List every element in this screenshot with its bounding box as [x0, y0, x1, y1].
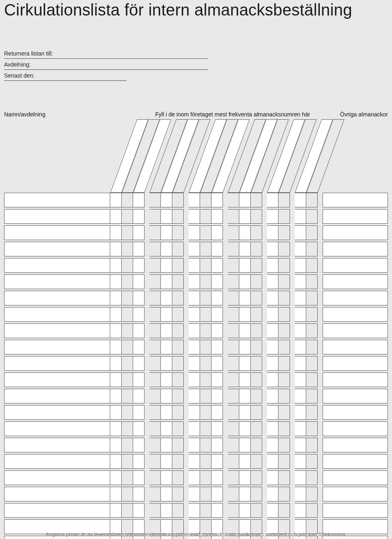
- name-cell[interactable]: [4, 389, 110, 403]
- tick-cell[interactable]: [278, 242, 290, 256]
- tick-cell[interactable]: [267, 389, 278, 403]
- tick-cell[interactable]: [306, 225, 318, 240]
- tick-cell[interactable]: [110, 258, 122, 273]
- tick-cell[interactable]: [306, 307, 318, 322]
- tick-cell[interactable]: [110, 454, 122, 469]
- tick-cell[interactable]: [172, 291, 184, 305]
- tick-cell[interactable]: [228, 454, 239, 469]
- tick-cell[interactable]: [228, 274, 239, 289]
- name-cell[interactable]: [4, 258, 110, 273]
- tick-cell[interactable]: [149, 470, 161, 485]
- tick-cell[interactable]: [149, 209, 161, 224]
- other-cell[interactable]: [323, 372, 388, 387]
- tick-cell[interactable]: [110, 503, 122, 518]
- other-cell[interactable]: [323, 503, 388, 518]
- name-cell[interactable]: [4, 503, 110, 518]
- tick-cell[interactable]: [267, 356, 278, 371]
- tick-cell[interactable]: [251, 209, 262, 224]
- name-cell[interactable]: [4, 242, 110, 256]
- tick-cell[interactable]: [306, 242, 318, 256]
- tick-cell[interactable]: [212, 389, 223, 403]
- tick-cell[interactable]: [133, 274, 145, 289]
- tick-cell[interactable]: [295, 454, 306, 469]
- name-cell[interactable]: [4, 405, 110, 420]
- tick-cell[interactable]: [267, 421, 278, 436]
- tick-cell[interactable]: [228, 307, 239, 322]
- tick-cell[interactable]: [149, 356, 161, 371]
- tick-cell[interactable]: [267, 323, 278, 338]
- tick-cell[interactable]: [149, 372, 161, 387]
- tick-cell[interactable]: [200, 405, 212, 420]
- tick-cell[interactable]: [122, 274, 133, 289]
- tick-cell[interactable]: [189, 291, 200, 305]
- tick-cell[interactable]: [251, 274, 262, 289]
- tick-cell[interactable]: [189, 274, 200, 289]
- tick-cell[interactable]: [122, 389, 133, 403]
- tick-cell[interactable]: [228, 209, 239, 224]
- tick-cell[interactable]: [306, 323, 318, 338]
- tick-cell[interactable]: [295, 193, 306, 207]
- tick-cell[interactable]: [172, 209, 184, 224]
- tick-cell[interactable]: [212, 209, 223, 224]
- tick-cell[interactable]: [149, 487, 161, 501]
- tick-cell[interactable]: [212, 487, 223, 501]
- tick-cell[interactable]: [161, 405, 172, 420]
- tick-cell[interactable]: [251, 307, 262, 322]
- tick-cell[interactable]: [172, 193, 184, 207]
- tick-cell[interactable]: [278, 421, 290, 436]
- tick-cell[interactable]: [110, 242, 122, 256]
- tick-cell[interactable]: [161, 274, 172, 289]
- tick-cell[interactable]: [212, 503, 223, 518]
- tick-cell[interactable]: [228, 470, 239, 485]
- tick-cell[interactable]: [133, 340, 145, 354]
- other-cell[interactable]: [323, 242, 388, 256]
- tick-cell[interactable]: [278, 340, 290, 354]
- tick-cell[interactable]: [251, 356, 262, 371]
- tick-cell[interactable]: [278, 258, 290, 273]
- tick-cell[interactable]: [251, 438, 262, 452]
- tick-cell[interactable]: [122, 503, 133, 518]
- tick-cell[interactable]: [228, 291, 239, 305]
- name-cell[interactable]: [4, 323, 110, 338]
- tick-cell[interactable]: [239, 274, 251, 289]
- tick-cell[interactable]: [149, 258, 161, 273]
- tick-cell[interactable]: [228, 258, 239, 273]
- tick-cell[interactable]: [189, 438, 200, 452]
- meta-return-to[interactable]: Returnera listan till:: [4, 48, 208, 59]
- tick-cell[interactable]: [110, 340, 122, 354]
- tick-cell[interactable]: [110, 274, 122, 289]
- name-cell[interactable]: [4, 356, 110, 371]
- tick-cell[interactable]: [161, 291, 172, 305]
- other-cell[interactable]: [323, 356, 388, 371]
- tick-cell[interactable]: [239, 487, 251, 501]
- other-cell[interactable]: [323, 274, 388, 289]
- tick-cell[interactable]: [189, 389, 200, 403]
- tick-cell[interactable]: [161, 340, 172, 354]
- tick-cell[interactable]: [200, 209, 212, 224]
- tick-cell[interactable]: [122, 209, 133, 224]
- tick-cell[interactable]: [228, 242, 239, 256]
- tick-cell[interactable]: [172, 487, 184, 501]
- tick-cell[interactable]: [149, 307, 161, 322]
- tick-cell[interactable]: [295, 356, 306, 371]
- tick-cell[interactable]: [133, 470, 145, 485]
- tick-cell[interactable]: [306, 193, 318, 207]
- name-cell[interactable]: [4, 209, 110, 224]
- tick-cell[interactable]: [133, 291, 145, 305]
- tick-cell[interactable]: [189, 340, 200, 354]
- tick-cell[interactable]: [267, 193, 278, 207]
- tick-cell[interactable]: [110, 487, 122, 501]
- tick-cell[interactable]: [267, 225, 278, 240]
- tick-cell[interactable]: [295, 340, 306, 354]
- tick-cell[interactable]: [189, 242, 200, 256]
- tick-cell[interactable]: [172, 356, 184, 371]
- tick-cell[interactable]: [267, 340, 278, 354]
- tick-cell[interactable]: [110, 356, 122, 371]
- tick-cell[interactable]: [212, 470, 223, 485]
- name-cell[interactable]: [4, 307, 110, 322]
- tick-cell[interactable]: [212, 307, 223, 322]
- tick-cell[interactable]: [228, 225, 239, 240]
- tick-cell[interactable]: [267, 242, 278, 256]
- tick-cell[interactable]: [228, 405, 239, 420]
- tick-cell[interactable]: [133, 209, 145, 224]
